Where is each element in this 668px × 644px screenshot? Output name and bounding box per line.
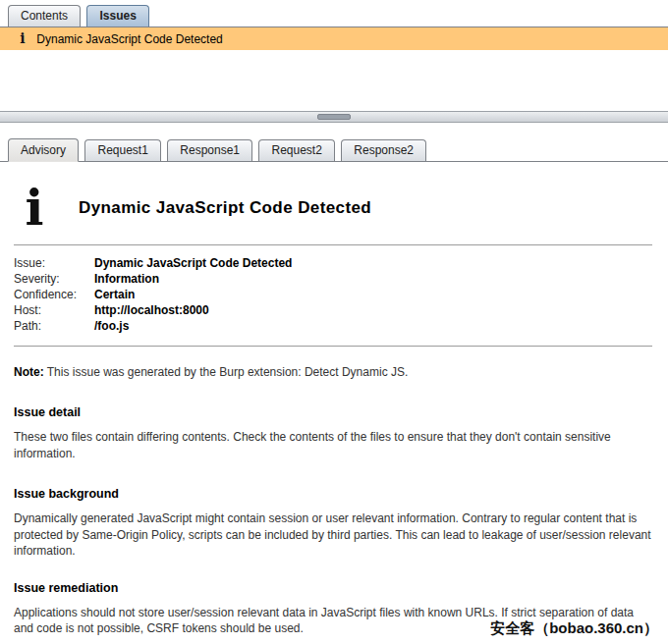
advisory-tabstrip: Advisory Request1 Response1 Request2 Res… [0, 133, 668, 162]
tab-contents[interactable]: Contents [8, 5, 81, 27]
section-heading-issue-background: Issue background [14, 487, 652, 501]
field-row-severity: Severity: Information [14, 271, 652, 287]
tab-response1[interactable]: Response1 [167, 139, 252, 161]
issue-list-item[interactable]: i Dynamic JavaScript Code Detected [0, 27, 668, 50]
field-value: Information [94, 271, 159, 287]
issues-tabstrip: Contents Issues [0, 0, 668, 27]
field-row-issue: Issue: Dynamic JavaScript Code Detected [14, 255, 652, 271]
divider [14, 346, 652, 347]
advisory-title: Dynamic JavaScript Code Detected [79, 198, 371, 218]
tab-issues[interactable]: Issues [86, 5, 148, 27]
issues-list-empty-area [0, 50, 668, 111]
section-heading-issue-remediation: Issue remediation [14, 581, 652, 595]
issue-list-item-label: Dynamic JavaScript Code Detected [36, 32, 222, 46]
tab-request2[interactable]: Request2 [258, 139, 334, 161]
field-value: Certain [94, 287, 135, 302]
field-row-host: Host: http://localhost:8000 [14, 302, 652, 318]
section-body-issue-remediation: Applications should not store user/sessi… [14, 605, 652, 637]
issue-fields: Issue: Dynamic JavaScript Code Detected … [14, 255, 652, 334]
pane-gap [0, 123, 668, 133]
field-value: Dynamic JavaScript Code Detected [94, 255, 292, 271]
divider [14, 244, 652, 245]
field-value: /foo.js [94, 318, 129, 334]
section-body-issue-detail: These two files contain differing conten… [14, 429, 652, 461]
splitter-handle[interactable] [317, 114, 351, 120]
advisory-header: i Dynamic JavaScript Code Detected [22, 184, 652, 233]
info-icon: i [22, 184, 47, 233]
extension-note: Note: This issue was generated by the Bu… [14, 364, 652, 380]
split-divider[interactable] [0, 111, 668, 123]
field-value: http://localhost:8000 [94, 302, 209, 318]
section-heading-issue-detail: Issue detail [14, 405, 652, 419]
section-body-issue-background: Dynamically generated JavaScript might c… [14, 510, 652, 560]
note-text: This issue was generated by the Burp ext… [44, 365, 409, 379]
field-label: Issue: [14, 255, 94, 271]
field-label: Host: [14, 302, 94, 318]
tab-request1[interactable]: Request1 [84, 139, 160, 161]
tab-advisory[interactable]: Advisory [8, 138, 79, 162]
tab-response2[interactable]: Response2 [341, 139, 426, 161]
note-label: Note: [14, 365, 44, 379]
info-icon: i [16, 27, 29, 50]
field-label: Severity: [14, 271, 94, 287]
field-label: Confidence: [14, 287, 94, 302]
advisory-panel: i Dynamic JavaScript Code Detected Issue… [0, 162, 668, 637]
field-row-confidence: Confidence: Certain [14, 287, 652, 302]
field-label: Path: [14, 318, 94, 334]
field-row-path: Path: /foo.js [14, 318, 652, 334]
burp-issue-viewer-window: Contents Issues i Dynamic JavaScript Cod… [0, 0, 668, 644]
